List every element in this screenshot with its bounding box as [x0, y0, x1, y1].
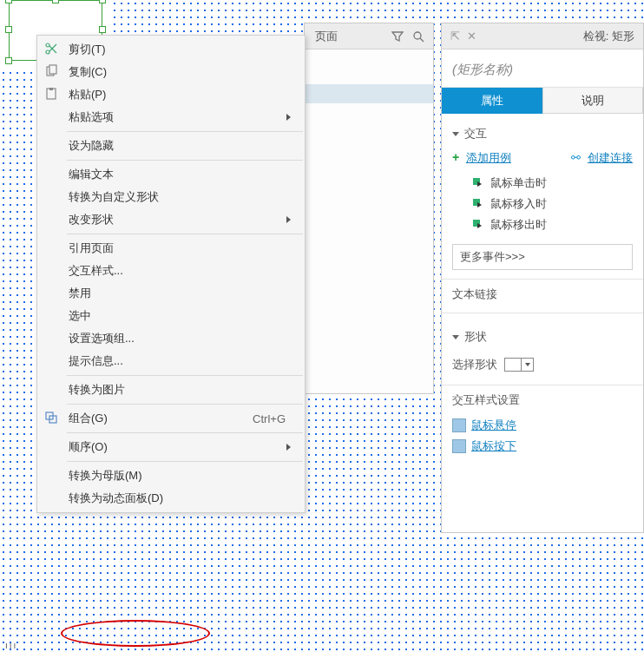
add-case-label: 添加用例 — [466, 151, 511, 164]
shape-dropdown-button[interactable] — [522, 358, 534, 372]
svg-point-2 — [46, 50, 49, 54]
section-shape-title[interactable]: 形状 — [452, 329, 633, 345]
event-mouseleave-label: 鼠标移出时 — [490, 217, 547, 233]
menu-to-dynamic-panel[interactable]: 转换为动态面板(D) — [37, 487, 305, 510]
menu-set-hidden[interactable]: 设为隐藏 — [37, 135, 305, 157]
menu-disable[interactable]: 禁用 — [37, 282, 305, 305]
event-mouseleave[interactable]: 鼠标移出时 — [452, 214, 633, 235]
section-interactions-title[interactable]: 交互 — [452, 126, 633, 142]
submenu-arrow-icon — [286, 114, 291, 121]
menu-to-image[interactable]: 转换为图片 — [37, 379, 305, 401]
menu-cut[interactable]: 剪切(T) — [37, 38, 305, 61]
text-link-label: 文本链接 — [442, 283, 643, 309]
resize-handle-mr[interactable] — [99, 26, 106, 33]
svg-point-0 — [414, 32, 421, 39]
menu-paste[interactable]: 粘贴(P) — [37, 83, 305, 106]
inspector-panel: ⇱ ✕ 检视: 矩形 (矩形名称) 属性 说明 交互 + 添加用例 ⚯ 创建连接… — [441, 23, 644, 533]
style-hover-label: 鼠标悬停 — [471, 418, 516, 433]
section-shape-label: 形状 — [464, 329, 487, 345]
more-events-button[interactable]: 更多事件>>> — [452, 244, 633, 270]
add-case-link[interactable]: + 添加用例 — [452, 150, 511, 166]
section-interactions: 交互 + 添加用例 ⚯ 创建连接 鼠标单击时 鼠标移入时 鼠标移出时 — [442, 114, 643, 239]
menu-to-custom-shape[interactable]: 转换为自定义形状 — [37, 186, 305, 208]
tab-properties[interactable]: 属性 — [442, 88, 542, 114]
press-icon — [452, 439, 466, 453]
pages-panel-header: 页面 — [305, 23, 433, 49]
event-mouseenter-label: 鼠标移入时 — [490, 196, 547, 212]
choose-shape-label: 选择形状 — [452, 357, 497, 372]
menu-paste-label: 粘贴(P) — [69, 87, 291, 102]
menu-to-custom-shape-label: 转换为自定义形状 — [69, 189, 291, 205]
link-icon: ⚯ — [571, 151, 581, 164]
chevron-down-icon — [452, 132, 459, 136]
event-icon — [471, 176, 485, 190]
menu-change-shape-label: 改变形状 — [69, 212, 279, 227]
style-press-link[interactable]: 鼠标按下 — [442, 436, 643, 457]
menu-copy[interactable]: 复制(C) — [37, 61, 305, 83]
menu-to-master[interactable]: 转换为母版(M) — [37, 464, 305, 487]
menu-option-group-label: 设置选项组... — [69, 331, 291, 346]
svg-rect-7 — [49, 65, 56, 74]
menu-selected[interactable]: 选中 — [37, 305, 305, 327]
menu-interaction-styles[interactable]: 交互样式... — [37, 260, 305, 282]
resize-handle-tm[interactable] — [52, 0, 59, 3]
event-mouseenter[interactable]: 鼠标移入时 — [452, 194, 633, 214]
resize-handle-tl[interactable] — [5, 0, 12, 3]
submenu-arrow-icon — [286, 216, 291, 223]
pin-icon[interactable]: ⇱ — [450, 30, 460, 43]
paste-icon — [44, 87, 60, 102]
style-settings-label: 交互样式设置 — [442, 389, 643, 415]
shape-swatch[interactable] — [504, 358, 522, 372]
pages-list — [305, 49, 433, 103]
style-press-label: 鼠标按下 — [471, 438, 516, 454]
page-row-selected[interactable] — [305, 84, 433, 103]
search-icon[interactable] — [411, 29, 426, 44]
create-link-link[interactable]: ⚯ 创建连接 — [571, 150, 633, 166]
submenu-arrow-icon — [286, 444, 291, 451]
event-icon — [471, 197, 485, 211]
resize-handle-tr[interactable] — [99, 0, 106, 3]
style-hover-link[interactable]: 鼠标悬停 — [442, 415, 643, 436]
divider — [442, 313, 643, 313]
plus-icon: + — [452, 150, 459, 164]
menu-separator — [67, 131, 303, 132]
menu-set-hidden-label: 设为隐藏 — [69, 138, 291, 154]
pages-panel-title: 页面 — [312, 29, 338, 44]
resize-handle-bl[interactable] — [5, 57, 12, 64]
close-icon[interactable]: ✕ — [467, 30, 476, 43]
menu-interaction-styles-label: 交互样式... — [69, 263, 291, 279]
svg-rect-9 — [49, 88, 53, 90]
resize-handle-ml[interactable] — [5, 26, 12, 33]
menu-disable-label: 禁用 — [69, 286, 291, 301]
menu-hint-label: 提示信息... — [69, 353, 291, 369]
menu-hint[interactable]: 提示信息... — [37, 350, 305, 372]
menu-paste-options-label: 粘贴选项 — [69, 109, 279, 125]
section-interactions-label: 交互 — [464, 126, 487, 142]
menu-edit-text[interactable]: 编辑文本 — [37, 163, 305, 186]
menu-change-shape[interactable]: 改变形状 — [37, 208, 305, 231]
menu-option-group[interactable]: 设置选项组... — [37, 327, 305, 350]
copy-icon — [44, 64, 60, 80]
menu-paste-options[interactable]: 粘贴选项 — [37, 106, 305, 128]
pages-panel: 页面 — [304, 23, 434, 394]
tab-notes[interactable]: 说明 — [542, 88, 643, 114]
menu-group[interactable]: 组合(G) Ctrl+G — [37, 407, 305, 430]
menu-separator — [67, 160, 303, 161]
divider — [442, 279, 643, 280]
ruler-marks: ııı — [5, 641, 17, 650]
inspector-tabs: 属性 说明 — [442, 88, 643, 114]
menu-reference-page-label: 引用页面 — [69, 240, 291, 256]
event-icon — [471, 218, 485, 232]
menu-reference-page[interactable]: 引用页面 — [37, 237, 305, 260]
event-click[interactable]: 鼠标单击时 — [452, 173, 633, 194]
menu-selected-label: 选中 — [69, 308, 291, 324]
menu-copy-label: 复制(C) — [69, 64, 291, 80]
widget-name-field[interactable]: (矩形名称) — [442, 49, 643, 88]
menu-separator — [67, 432, 303, 433]
menu-edit-text-label: 编辑文本 — [69, 167, 291, 182]
menu-separator — [67, 375, 303, 376]
context-menu: 剪切(T) 复制(C) 粘贴(P) 粘贴选项 设为隐藏 编辑文本 转换为自定义形… — [36, 35, 306, 513]
filter-icon[interactable] — [390, 29, 405, 44]
menu-order[interactable]: 顺序(O) — [37, 436, 305, 458]
menu-to-image-label: 转换为图片 — [69, 382, 291, 398]
